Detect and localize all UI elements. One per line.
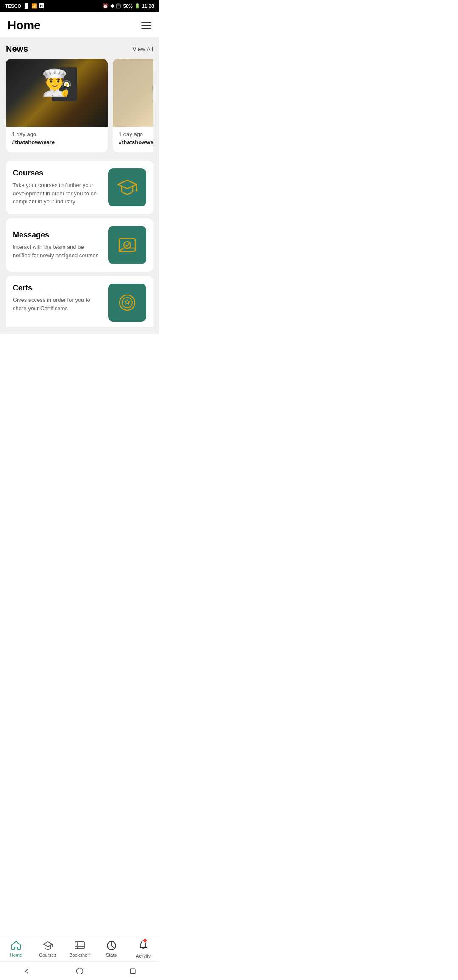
certs-card-title: Certs [13, 284, 103, 292]
svg-point-4 [122, 298, 132, 308]
carrier-label: TESCO [5, 3, 21, 8]
messages-card-desc: Interact with the team and be notified f… [13, 243, 103, 259]
alarm-icon: ⏰ [103, 3, 109, 9]
signal-icon: ▐▌ [23, 3, 30, 8]
svg-point-2 [124, 242, 131, 248]
certs-card-desc: Gives access in order for you to share y… [13, 296, 103, 312]
certs-icon-box [108, 284, 146, 322]
status-right: ⏰ ✱ 📳 56% 🔋 11:38 [103, 3, 154, 9]
certs-card[interactable]: Certs Gives access in order for you to s… [6, 276, 153, 327]
messages-card-text: Messages Interact with the team and be n… [13, 231, 103, 259]
certificate-icon [116, 291, 139, 314]
wifi-icon: 📶 [31, 3, 37, 9]
messages-icon-box [108, 226, 146, 264]
news-section-header: News View All [6, 44, 153, 54]
nfc-icon: N [39, 3, 45, 8]
header: Home [0, 12, 159, 37]
page-title: Home [8, 19, 41, 32]
news-card-1-body: 1 day ago #thatshowweare [6, 127, 108, 145]
news-card-2-image [113, 59, 153, 127]
hamburger-line-1 [141, 22, 151, 23]
hamburger-line-2 [141, 25, 151, 26]
status-bar: TESCO ▐▌ 📶 N ⏰ ✱ 📳 56% 🔋 11:38 [0, 0, 159, 12]
news-card-1-time: 1 day ago [12, 131, 102, 137]
message-check-icon [116, 234, 139, 256]
graduation-cap-icon [116, 176, 139, 199]
battery-icon: 🔋 [134, 3, 140, 9]
news-card-2-time: 1 day ago [119, 131, 153, 137]
status-carrier: TESCO ▐▌ 📶 N [5, 3, 44, 9]
view-all-button[interactable]: View All [132, 46, 153, 53]
menu-button[interactable] [141, 22, 151, 29]
news-card-2[interactable]: 1 day ago #thatshowwear [113, 59, 153, 152]
courses-card-title: Courses [13, 169, 103, 178]
svg-point-0 [136, 189, 138, 192]
news-card-2-body: 1 day ago #thatshowwear [113, 127, 153, 145]
kitchen-image [113, 59, 153, 127]
courses-card-desc: Take your courses to further your develo… [13, 181, 103, 206]
news-title: News [6, 44, 28, 54]
news-scroll-container[interactable]: 1 day ago #thatshowweare 1 day ago #that… [6, 59, 153, 154]
time-label: 11:38 [142, 3, 154, 8]
bluetooth-icon: ✱ [110, 3, 114, 9]
battery-label: 56% [123, 3, 133, 8]
hamburger-line-3 [141, 28, 151, 29]
certs-card-text: Certs Gives access in order for you to s… [13, 284, 103, 312]
vibrate-icon: 📳 [116, 3, 122, 9]
news-card-2-tag: #thatshowwear [119, 139, 153, 145]
messages-card-title: Messages [13, 231, 103, 239]
main-content: News View All 1 day ago #thatshowweare 1… [0, 37, 159, 334]
messages-card[interactable]: Messages Interact with the team and be n… [6, 218, 153, 272]
news-card-1-image [6, 59, 108, 127]
courses-card[interactable]: Courses Take your courses to further you… [6, 161, 153, 214]
courses-card-text: Courses Take your courses to further you… [13, 169, 103, 206]
news-card-1-tag: #thatshowweare [12, 139, 102, 145]
news-card-1[interactable]: 1 day ago #thatshowweare [6, 59, 108, 152]
chef-image [6, 59, 108, 127]
courses-icon-box [108, 168, 146, 206]
feature-cards-section: Courses Take your courses to further you… [6, 161, 153, 327]
